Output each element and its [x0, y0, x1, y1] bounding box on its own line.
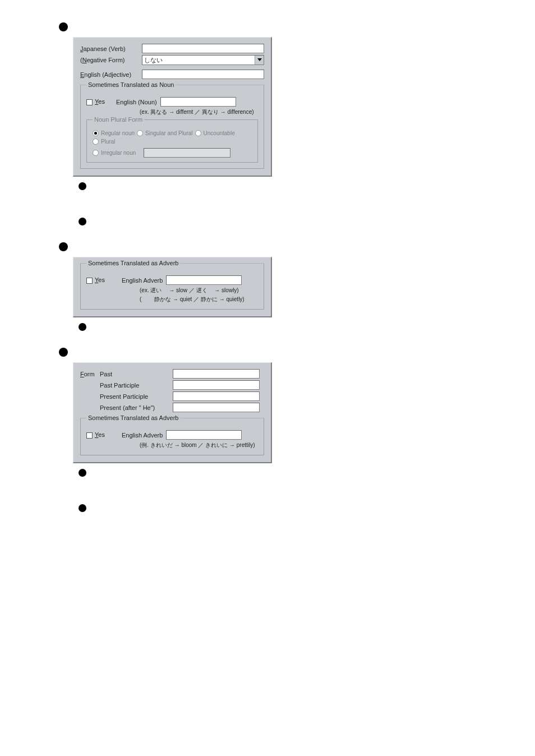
section-verb-forms: Form Past Past Participle Present Partic… — [34, 348, 501, 512]
negative-form-value: しない — [142, 56, 255, 64]
adverb-yes-checkbox-2[interactable]: Yes — [86, 431, 105, 439]
section-verb-adjective: Japanese (Verb) (Negative Form) しない Engl… — [34, 22, 501, 225]
bullet-icon — [59, 22, 68, 31]
past-participle-label: Past Participle — [100, 382, 173, 389]
group-adverb-1: Sometimes Translated as Adverb Yes Engli… — [80, 263, 264, 310]
noun-yes-checkbox[interactable]: Yes — [86, 98, 105, 105]
sub-bullet-1a — [79, 182, 501, 190]
english-adverb-input-2[interactable] — [166, 430, 242, 440]
english-adverb-label-2: English Adverb — [122, 432, 163, 439]
radio-regular-noun[interactable]: Regular noun — [93, 130, 135, 136]
japanese-verb-input[interactable] — [142, 44, 264, 53]
present-he-label: Present (after " He") — [100, 404, 173, 411]
group-adverb-title-1: Sometimes Translated as Adverb — [86, 260, 180, 266]
bullet-icon — [59, 242, 68, 251]
present-participle-label: Present Participle — [100, 393, 173, 400]
irregular-noun-input[interactable] — [144, 148, 230, 158]
group-noun-title: Sometimes Translated as Noun — [86, 81, 176, 88]
bullet-icon — [79, 218, 86, 225]
radio-plural[interactable]: Plural — [93, 139, 116, 145]
past-input[interactable] — [173, 369, 260, 379]
adverb-yes-checkbox-1[interactable]: Yes — [86, 276, 105, 284]
section-heading-3 — [59, 348, 501, 357]
radio-irregular-noun[interactable]: Irregular noun — [93, 150, 136, 156]
english-noun-label: English (Noun) — [116, 99, 157, 105]
group-noun: Sometimes Translated as Noun Yes English… — [80, 85, 264, 169]
japanese-verb-label: Japanese (Verb) — [80, 45, 142, 52]
past-label: Past — [100, 371, 173, 377]
adverb-example-1: (ex. 遅い → slow ／ 遅く → slowly) — [140, 287, 258, 294]
group-adverb-title-2: Sometimes Translated as Adverb — [86, 414, 180, 421]
bullet-icon — [79, 469, 86, 477]
panel-adverb: Sometimes Translated as Adverb Yes Engli… — [73, 257, 272, 317]
english-adverb-label-1: English Adverb — [122, 277, 163, 284]
negative-form-label: (Negative Form) — [80, 57, 142, 63]
group-adverb-2: Sometimes Translated as Adverb Yes Engli… — [80, 418, 264, 455]
adverb-example-2: ( 静かな → quiet ／ 静かに → quietly) — [140, 296, 258, 303]
present-he-input[interactable] — [173, 403, 260, 412]
radio-singular-plural[interactable]: Singular and Plural — [137, 130, 193, 136]
sub-bullet-3b — [79, 504, 501, 512]
noun-plural-title: Noun Plural Form — [93, 116, 144, 123]
past-participle-input[interactable] — [173, 380, 260, 390]
radio-uncountable[interactable]: Uncountable — [195, 130, 235, 136]
section-heading-1 — [59, 22, 501, 31]
english-noun-input[interactable] — [160, 97, 236, 107]
english-adjective-label: English (Adjective) — [80, 71, 142, 78]
panel-verb-adjective: Japanese (Verb) (Negative Form) しない Engl… — [73, 37, 272, 177]
form-label: Form — [80, 371, 100, 377]
panel-verb-forms: Form Past Past Participle Present Partic… — [73, 362, 272, 463]
section-heading-2 — [59, 242, 501, 251]
adverb-example-3: (例. きれいだ → bloom ／ きれいに → prettily) — [140, 441, 258, 449]
sub-bullet-2a — [79, 323, 501, 331]
bullet-icon — [79, 182, 86, 190]
negative-form-dropdown[interactable]: しない — [142, 55, 264, 65]
sub-bullet-1b — [79, 218, 501, 225]
noun-example: (ex. 異なる → differnt ／ 異なり → difference) — [140, 108, 258, 116]
bullet-icon — [59, 348, 68, 357]
bullet-icon — [79, 323, 86, 331]
present-participle-input[interactable] — [173, 391, 260, 401]
english-adverb-input-1[interactable] — [166, 275, 242, 285]
group-noun-plural: Noun Plural Form Regular noun Singular a… — [86, 119, 258, 163]
sub-bullet-3a — [79, 469, 501, 477]
english-adjective-input[interactable] — [142, 70, 264, 79]
bullet-icon — [79, 504, 86, 512]
section-adverb: Sometimes Translated as Adverb Yes Engli… — [34, 242, 501, 331]
chevron-down-icon[interactable] — [255, 56, 264, 64]
